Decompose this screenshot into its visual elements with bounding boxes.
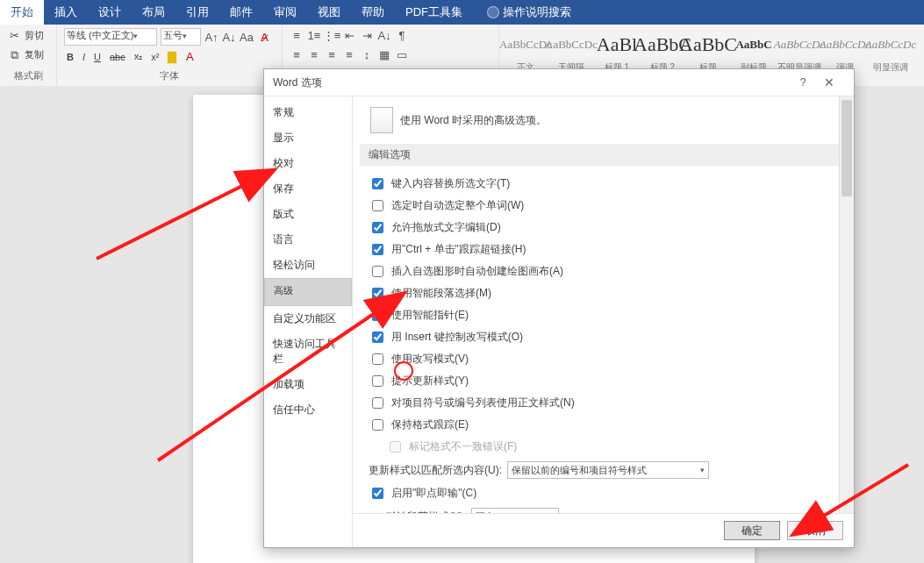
tab-pdf[interactable]: PDF工具集 — [395, 0, 473, 25]
checkbox-o9[interactable] — [372, 353, 383, 365]
tab-home[interactable]: 开始 — [0, 0, 44, 25]
checkbox-o4[interactable] — [372, 244, 383, 255]
label-o14: 启用"即点即输"(C) — [391, 486, 476, 501]
opt-o11[interactable]: 对项目符号或编号列表使用正文样式(N) — [369, 392, 838, 414]
sidebar-item-proofing[interactable]: 校对 — [264, 151, 352, 176]
sidebar-item-addins[interactable]: 加载项 — [264, 372, 352, 397]
align-left-icon[interactable]: ≡ — [290, 48, 304, 62]
cut-icon[interactable]: ✂ — [7, 28, 21, 42]
opt-o12[interactable]: 保持格式跟踪(E) — [369, 414, 838, 436]
strike-button[interactable]: abc — [107, 49, 128, 65]
italic-button[interactable]: I — [80, 49, 88, 65]
style-subtle[interactable]: AaBbCcDc不明显强调 — [777, 28, 822, 74]
style-intense[interactable]: AaBbCcDc明显强调 — [868, 28, 913, 74]
sidebar-item-save[interactable]: 保存 — [264, 176, 352, 202]
checkbox-o6[interactable] — [372, 288, 383, 299]
bold-button[interactable]: B — [64, 49, 76, 65]
style-emphasis[interactable]: AaBbCcDc强调 — [822, 28, 868, 74]
tab-design[interactable]: 设计 — [88, 0, 132, 25]
checkbox-o5[interactable] — [372, 266, 383, 277]
sidebar-item-trust[interactable]: 信任中心 — [264, 397, 352, 423]
opt-o9[interactable]: 使用改写模式(V) — [369, 348, 838, 370]
line-spacing-icon[interactable]: ↕ — [360, 48, 374, 62]
tab-insert[interactable]: 插入 — [44, 0, 88, 25]
sidebar-item-qat[interactable]: 快速访问工具栏 — [264, 331, 352, 372]
tab-mailings[interactable]: 邮件 — [219, 0, 263, 25]
superscript-button[interactable]: x² — [148, 49, 161, 65]
sidebar-item-accessibility[interactable]: 轻松访问 — [264, 253, 352, 278]
opt-o6[interactable]: 使用智能段落选择(M) — [369, 282, 838, 304]
opt-o12a[interactable]: 标记格式不一致错误(F) — [369, 436, 838, 458]
sidebar-item-layout[interactable]: 版式 — [264, 202, 352, 227]
opt-o2[interactable]: 选定时自动选定整个单词(W) — [369, 195, 838, 217]
checkbox-o8[interactable] — [372, 331, 383, 343]
sort-icon[interactable]: A↓ — [377, 28, 391, 42]
checkbox-o11[interactable] — [372, 397, 383, 409]
checkbox-o12a[interactable] — [390, 441, 401, 453]
tab-review[interactable]: 审阅 — [263, 0, 307, 25]
subscript-button[interactable]: x₂ — [132, 48, 146, 65]
dialog-close-icon[interactable]: ✕ — [813, 75, 845, 89]
checkbox-o3[interactable] — [372, 222, 383, 233]
indent-dec-icon[interactable]: ⇤ — [342, 28, 356, 42]
sidebar-item-advanced[interactable]: 高级 — [264, 278, 352, 306]
update-style-select[interactable]: 保留以前的编号和项目符号样式▾ — [507, 461, 709, 479]
opt-o5[interactable]: 插入自选图形时自动创建绘图画布(A) — [369, 260, 838, 282]
shrink-font-icon[interactable]: A↓ — [222, 30, 236, 44]
font-color-icon[interactable]: A — [183, 50, 197, 64]
numbering-icon[interactable]: 1≡ — [307, 28, 321, 42]
style-title[interactable]: AaBbC标题 — [685, 28, 731, 74]
dialog-help-icon[interactable]: ? — [792, 76, 813, 89]
ok-button[interactable]: 确定 — [724, 521, 780, 540]
align-center-icon[interactable]: ≡ — [307, 48, 321, 62]
highlight-icon[interactable]: ▇ — [165, 50, 179, 64]
sidebar-item-general[interactable]: 常规 — [264, 100, 352, 125]
font-name-select[interactable]: 等线 (中文正文)▾ — [64, 28, 157, 46]
borders-icon[interactable]: ▭ — [395, 48, 409, 62]
tab-references[interactable]: 引用 — [175, 0, 219, 25]
opt-o3[interactable]: 允许拖放式文字编辑(D) — [369, 217, 838, 239]
bullets-icon[interactable]: ≡ — [290, 28, 304, 42]
indent-inc-icon[interactable]: ⇥ — [360, 28, 374, 42]
checkbox-o7[interactable] — [372, 310, 383, 321]
opt-o14[interactable]: 启用"即点即输"(C) — [369, 482, 838, 504]
format-painter-label[interactable]: 格式刷 — [7, 68, 49, 82]
style-normal[interactable]: AaBbCcDc正文 — [503, 28, 548, 74]
opt-o4[interactable]: 用"Ctrl + 单击"跟踪超链接(H) — [369, 239, 838, 260]
sidebar-item-language[interactable]: 语言 — [264, 227, 352, 253]
opt-o7[interactable]: 使用智能指针(E) — [369, 304, 838, 326]
options-main: 使用 Word 时采用的高级选项。 编辑选项 键入内容替换所选文字(T)选定时自… — [353, 96, 854, 547]
tell-me-search[interactable]: 操作说明搜索 — [476, 0, 582, 25]
vertical-scrollbar[interactable] — [839, 96, 854, 513]
tab-layout[interactable]: 布局 — [132, 0, 175, 25]
scrollbar-thumb[interactable] — [842, 100, 852, 196]
shading-icon[interactable]: ▦ — [377, 48, 391, 62]
underline-button[interactable]: U — [91, 49, 104, 65]
checkbox-o1[interactable] — [372, 178, 383, 189]
font-size-select[interactable]: 五号▾ — [161, 28, 201, 46]
cancel-button[interactable]: 取消 — [787, 521, 843, 540]
sidebar-item-display[interactable]: 显示 — [264, 125, 352, 151]
opt-o10[interactable]: 提示更新样式(Y) — [369, 370, 838, 392]
checkbox-o14[interactable] — [372, 488, 383, 499]
show-marks-icon[interactable]: ¶ — [395, 28, 409, 42]
opt-o8[interactable]: 用 Insert 键控制改写模式(O) — [369, 326, 838, 348]
clear-format-icon[interactable]: A̷ — [257, 30, 271, 44]
change-case-icon[interactable]: Aa — [240, 30, 254, 44]
tab-view[interactable]: 视图 — [307, 0, 351, 25]
style-nospacing[interactable]: AaBbCcDc无间隔 — [548, 28, 594, 74]
checkbox-o2[interactable] — [372, 200, 383, 211]
sidebar-item-customize-ribbon[interactable]: 自定义功能区 — [264, 306, 352, 331]
grow-font-icon[interactable]: A↑ — [204, 30, 218, 44]
style-subtitle[interactable]: AaBbC副标题 — [731, 28, 777, 74]
checkbox-o12[interactable] — [372, 419, 383, 431]
checkbox-o10[interactable] — [372, 375, 383, 387]
options-scroll[interactable]: 使用 Word 时采用的高级选项。 编辑选项 键入内容替换所选文字(T)选定时自… — [353, 96, 854, 513]
opt-o1[interactable]: 键入内容替换所选文字(T) — [369, 173, 838, 195]
justify-icon[interactable]: ≡ — [342, 48, 356, 62]
default-para-select[interactable]: 正文▾ — [471, 508, 559, 513]
copy-icon[interactable]: ⧉ — [7, 48, 21, 62]
multilevel-icon[interactable]: ⋮≡ — [325, 28, 339, 42]
tab-help[interactable]: 帮助 — [351, 0, 395, 25]
align-right-icon[interactable]: ≡ — [325, 48, 339, 62]
